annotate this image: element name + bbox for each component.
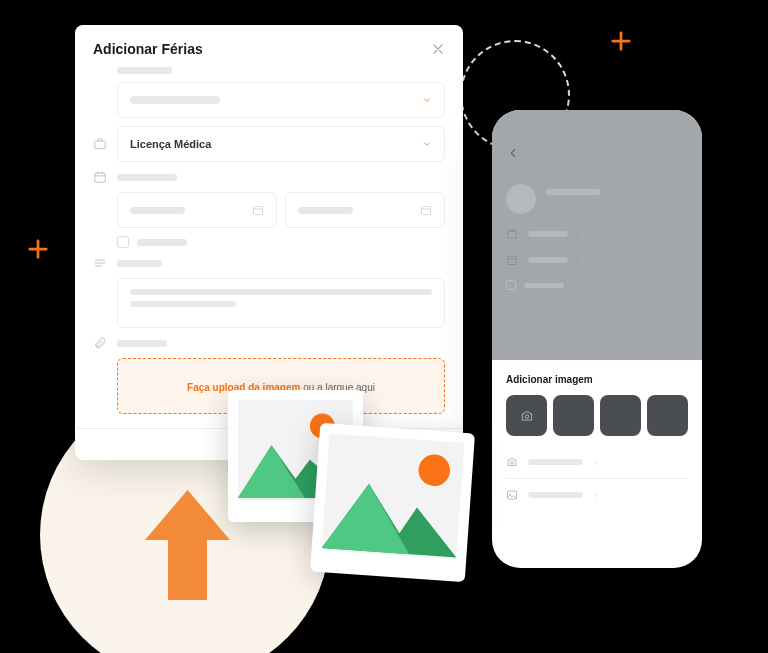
svg-point-11 [511, 461, 514, 464]
briefcase-icon [93, 137, 107, 151]
phone-mockup: Adicionar imagem [492, 110, 702, 568]
calendar-icon [506, 254, 518, 266]
field-label-placeholder [117, 340, 167, 347]
calendar-icon [93, 170, 107, 184]
svg-rect-3 [422, 207, 431, 215]
chevron-right-icon [578, 256, 586, 264]
text-placeholder [130, 301, 236, 307]
attachment-icon [93, 336, 107, 350]
avatar [506, 184, 536, 214]
chevron-right-icon [593, 459, 600, 466]
modal-title: Adicionar Férias [93, 41, 203, 57]
chevron-right-icon [578, 230, 586, 238]
field-label-placeholder [117, 260, 162, 267]
start-date-input[interactable] [117, 192, 277, 228]
camera-option[interactable] [506, 450, 688, 474]
list-item-placeholder [528, 257, 568, 263]
plus-icon [27, 238, 49, 266]
name-placeholder [546, 189, 601, 195]
option-label-placeholder [528, 492, 583, 498]
upload-arrow-icon [145, 490, 230, 600]
svg-point-10 [525, 414, 529, 418]
gallery-option[interactable] [506, 483, 688, 507]
field-label-placeholder [117, 67, 172, 74]
svg-rect-2 [254, 207, 263, 215]
image-icon [506, 489, 518, 501]
chevron-down-icon [422, 139, 432, 149]
end-date-input[interactable] [285, 192, 445, 228]
briefcase-icon [506, 228, 518, 240]
calendar-icon [252, 204, 264, 216]
leave-type-select[interactable]: Licença Médica [117, 126, 445, 162]
field-label-placeholder [117, 174, 177, 181]
gallery-thumb[interactable] [600, 395, 641, 436]
leave-type-value: Licença Médica [130, 138, 211, 150]
checkbox-label-placeholder [524, 283, 564, 288]
date-placeholder [130, 207, 185, 214]
all-day-checkbox[interactable] [117, 236, 129, 248]
notes-icon [93, 256, 107, 270]
svg-rect-9 [508, 257, 517, 265]
employee-select[interactable] [117, 82, 445, 118]
plus-icon [610, 30, 632, 58]
list-item[interactable] [506, 228, 688, 240]
camera-icon [520, 409, 534, 423]
phone-top-section [492, 110, 702, 360]
svg-rect-8 [508, 232, 517, 239]
svg-rect-1 [95, 173, 106, 182]
date-placeholder [298, 207, 353, 214]
gallery-thumb[interactable] [553, 395, 594, 436]
checkbox-label-placeholder [137, 239, 187, 246]
phone-bottom-sheet: Adicionar imagem [492, 360, 702, 521]
option-label-placeholder [528, 459, 583, 465]
svg-rect-12 [508, 491, 517, 499]
chevron-right-icon [593, 492, 600, 499]
chevron-down-icon [422, 95, 432, 105]
close-button[interactable] [431, 42, 445, 56]
bottom-sheet-title: Adicionar imagem [506, 374, 688, 385]
gallery-thumb[interactable] [647, 395, 688, 436]
camera-icon [506, 456, 518, 468]
text-placeholder [130, 289, 432, 295]
svg-rect-0 [95, 141, 106, 149]
photo-card [310, 423, 475, 583]
image-placeholder-icon [321, 433, 464, 560]
checkbox[interactable] [506, 280, 516, 290]
calendar-icon [420, 204, 432, 216]
chevron-right-icon [611, 188, 619, 196]
notes-textarea[interactable] [117, 278, 445, 328]
list-item[interactable] [506, 254, 688, 266]
list-item-placeholder [528, 231, 568, 237]
back-button[interactable] [506, 146, 520, 160]
camera-thumb[interactable] [506, 395, 547, 436]
select-placeholder [130, 96, 220, 104]
divider [506, 478, 688, 479]
